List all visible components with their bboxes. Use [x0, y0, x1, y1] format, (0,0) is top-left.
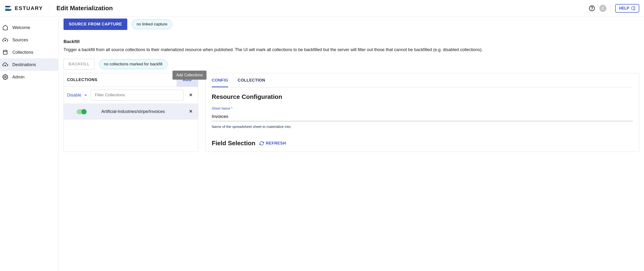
cloud-download-icon [2, 62, 8, 67]
linked-capture-status: no linked capture [132, 19, 172, 29]
resource-config-heading: Resource Configuration [212, 93, 633, 101]
sidebar-item-sources[interactable]: Sources [0, 34, 58, 46]
sheet-name-label: Sheet Name * [212, 106, 232, 110]
sidebar-item-collections[interactable]: Collections [0, 46, 58, 58]
sheet-name-input[interactable] [212, 112, 633, 121]
tab-collection[interactable]: COLLECTION [238, 73, 265, 87]
clear-filter-button[interactable] [187, 91, 194, 99]
svg-rect-2 [632, 7, 635, 10]
collections-header: COLLECTIONS [64, 73, 101, 86]
sidebar: Welcome Sources Collections Destinations… [0, 17, 58, 271]
sidebar-item-admin[interactable]: Admin [0, 71, 58, 83]
sidebar-item-label: Collections [12, 50, 33, 55]
backfill-button[interactable]: BACKFILL [64, 59, 95, 70]
sheet-name-help: Name of the spreadsheet sheet to materia… [212, 125, 633, 129]
svg-point-5 [4, 76, 6, 78]
backfill-description: Trigger a backfill from all source colle… [64, 47, 639, 53]
gear-icon [2, 74, 8, 80]
home-icon [2, 25, 8, 30]
chevron-down-icon [84, 93, 88, 97]
sidebar-item-welcome[interactable]: Welcome [0, 21, 58, 34]
refresh-label: REFRESH [266, 141, 286, 146]
close-icon [188, 109, 193, 114]
avatar[interactable]: E [599, 5, 606, 12]
estuary-logo-icon [5, 4, 12, 12]
refresh-icon [259, 141, 264, 146]
config-panel: CONFIG COLLECTION Resource Configuration… [205, 73, 639, 152]
tab-config[interactable]: CONFIG [212, 73, 228, 87]
database-icon [2, 49, 8, 55]
collection-row[interactable]: Artificial-Industries/stripe/Invoices [64, 104, 198, 120]
collection-enable-toggle[interactable] [76, 109, 86, 114]
svg-point-4 [3, 50, 7, 52]
backfill-status: no collections marked for backfill [99, 59, 168, 69]
disable-dropdown[interactable]: Disable [67, 93, 88, 98]
cloud-upload-icon [2, 37, 8, 43]
panel-icon [631, 6, 636, 10]
svg-point-1 [592, 9, 592, 10]
main-content: SOURCE FROM CAPTURE no linked capture Ba… [58, 17, 644, 271]
sidebar-item-label: Welcome [12, 25, 30, 30]
sidebar-item-destinations[interactable]: Destinations [0, 58, 58, 71]
help-button[interactable]: HELP [615, 4, 639, 12]
disable-label: Disable [67, 93, 81, 98]
refresh-button[interactable]: REFRESH [259, 141, 286, 146]
divider [611, 4, 611, 12]
brand-name: ESTUARY [15, 5, 43, 11]
sidebar-item-label: Admin [12, 75, 24, 80]
collections-panel: COLLECTIONS ADD Disable [64, 73, 198, 152]
source-from-capture-button[interactable]: SOURCE FROM CAPTURE [64, 18, 127, 30]
filter-collections-input[interactable] [91, 90, 184, 101]
page-title: Edit Materialization [56, 4, 113, 12]
close-icon [188, 92, 193, 97]
add-collections-tooltip: Add Collections [172, 71, 206, 80]
backfill-heading: Backfill [64, 39, 639, 44]
help-button-label: HELP [619, 6, 629, 10]
brand-logo[interactable]: ESTUARY [5, 3, 50, 13]
help-circle-icon[interactable] [589, 5, 595, 11]
collection-name: Artificial-Industries/stripe/Invoices [90, 109, 184, 114]
field-selection-heading: Field Selection [212, 140, 256, 147]
sidebar-item-label: Destinations [12, 62, 36, 67]
sidebar-item-label: Sources [12, 37, 28, 42]
remove-collection-button[interactable] [187, 107, 194, 116]
